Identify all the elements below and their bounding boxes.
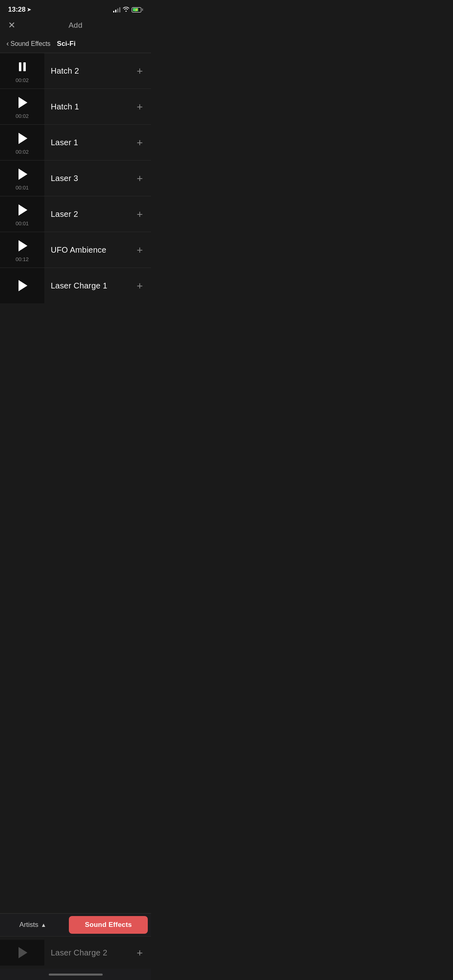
status-time: 13:28 ➤ bbox=[8, 6, 31, 14]
sound-info-ufo: UFO Ambience bbox=[44, 232, 128, 268]
signal-icon bbox=[113, 7, 120, 12]
play-triangle-laser1 bbox=[19, 133, 27, 144]
plus-icon-laser-charge1: + bbox=[137, 280, 143, 291]
plus-icon-laser1: + bbox=[137, 137, 143, 148]
chevron-left-icon: ‹ bbox=[6, 39, 9, 48]
plus-icon-hatch2: + bbox=[137, 66, 143, 76]
sound-preview-ufo[interactable]: 00:12 bbox=[0, 232, 44, 268]
add-button-hatch2[interactable]: + bbox=[128, 53, 151, 89]
duration-ufo: 00:12 bbox=[16, 256, 29, 262]
time-text: 13:28 bbox=[8, 6, 25, 14]
sound-item-laser3: 00:01 Laser 3 + bbox=[0, 161, 151, 196]
sound-item-hatch1: 00:02 Hatch 1 + bbox=[0, 89, 151, 125]
sound-preview-laser3[interactable]: 00:01 bbox=[0, 161, 44, 196]
sound-preview-hatch1[interactable]: 00:02 bbox=[0, 89, 44, 124]
add-button-laser2[interactable]: + bbox=[128, 196, 151, 232]
plus-icon-hatch1: + bbox=[137, 101, 143, 112]
sound-info-laser1: Laser 1 bbox=[44, 125, 128, 160]
sound-preview-laser2[interactable]: 00:01 bbox=[0, 196, 44, 232]
play-button-hatch1[interactable] bbox=[14, 95, 30, 111]
sound-name-laser3: Laser 3 bbox=[51, 174, 78, 183]
breadcrumb-current-label: Sci-Fi bbox=[57, 40, 75, 48]
add-button-ufo[interactable]: + bbox=[128, 232, 151, 268]
sound-info-laser2: Laser 2 bbox=[44, 196, 128, 232]
sound-name-laser1: Laser 1 bbox=[51, 138, 78, 147]
breadcrumb-parent-label: Sound Effects bbox=[10, 40, 50, 47]
duration-laser2: 00:01 bbox=[16, 220, 29, 226]
wifi-icon bbox=[123, 6, 129, 13]
sound-item-laser2: 00:01 Laser 2 + bbox=[0, 196, 151, 232]
sound-name-hatch2: Hatch 2 bbox=[51, 66, 79, 76]
location-icon: ➤ bbox=[27, 7, 31, 12]
play-button-laser1[interactable] bbox=[14, 130, 30, 146]
play-button-laser-charge1[interactable] bbox=[14, 278, 30, 294]
add-button-laser1[interactable]: + bbox=[128, 125, 151, 160]
sound-name-hatch1: Hatch 1 bbox=[51, 102, 79, 111]
sound-item-laser-charge1: Laser Charge 1 + bbox=[0, 268, 151, 303]
breadcrumb: ‹ Sound Effects Sci-Fi bbox=[0, 35, 151, 53]
pause-bar-1 bbox=[19, 62, 21, 71]
duration-hatch1: 00:02 bbox=[16, 113, 29, 119]
play-button-laser2[interactable] bbox=[14, 202, 30, 218]
sound-info-hatch2: Hatch 2 bbox=[44, 53, 128, 89]
nav-bar: ✕ Add bbox=[0, 17, 151, 35]
play-triangle-laser3 bbox=[19, 169, 27, 180]
sound-preview-laser1[interactable]: 00:02 bbox=[0, 125, 44, 160]
sound-info-laser-charge1: Laser Charge 1 bbox=[44, 268, 128, 303]
sound-info-laser3: Laser 3 bbox=[44, 161, 128, 196]
plus-icon-laser2: + bbox=[137, 209, 143, 219]
duration-laser3: 00:01 bbox=[16, 185, 29, 191]
signal-bar-2 bbox=[115, 10, 116, 12]
sound-item-ufo: 00:12 UFO Ambience + bbox=[0, 232, 151, 268]
play-triangle-hatch1 bbox=[19, 97, 27, 108]
add-button-laser-charge1[interactable]: + bbox=[128, 268, 151, 303]
duration-hatch2: 00:02 bbox=[16, 77, 29, 83]
play-triangle-laser-charge1 bbox=[19, 280, 27, 291]
pause-button-hatch2[interactable] bbox=[14, 59, 30, 75]
play-triangle-ufo bbox=[19, 240, 27, 251]
play-triangle-laser2 bbox=[19, 204, 27, 216]
close-button[interactable]: ✕ bbox=[8, 20, 15, 31]
sound-list: 00:02 Hatch 2 + 00:02 Hatch 1 + 00:02 bbox=[0, 53, 151, 303]
play-button-ufo[interactable] bbox=[14, 238, 30, 254]
plus-icon-laser3: + bbox=[137, 173, 143, 183]
signal-bar-1 bbox=[113, 11, 114, 12]
play-button-laser3[interactable] bbox=[14, 166, 30, 182]
signal-bar-4 bbox=[119, 7, 120, 12]
status-icons: ⚡ bbox=[113, 6, 143, 13]
sound-preview-hatch2[interactable]: 00:02 bbox=[0, 53, 44, 89]
sound-name-laser-charge1: Laser Charge 1 bbox=[51, 281, 108, 290]
breadcrumb-back-button[interactable]: ‹ Sound Effects bbox=[6, 39, 50, 48]
sound-item-hatch2: 00:02 Hatch 2 + bbox=[0, 53, 151, 89]
sound-item-laser1: 00:02 Laser 1 + bbox=[0, 125, 151, 161]
plus-icon-ufo: + bbox=[137, 245, 143, 255]
sound-name-ufo: UFO Ambience bbox=[51, 245, 106, 255]
duration-laser1: 00:02 bbox=[16, 149, 29, 155]
add-button-hatch1[interactable]: + bbox=[128, 89, 151, 124]
sound-info-hatch1: Hatch 1 bbox=[44, 89, 128, 124]
nav-title: Add bbox=[68, 21, 83, 30]
sound-preview-laser-charge1[interactable] bbox=[0, 268, 44, 303]
sound-name-laser2: Laser 2 bbox=[51, 210, 78, 219]
battery-icon: ⚡ bbox=[132, 7, 143, 12]
signal-bar-3 bbox=[117, 8, 118, 12]
pause-bar-2 bbox=[23, 62, 26, 71]
add-button-laser3[interactable]: + bbox=[128, 161, 151, 196]
status-bar: 13:28 ➤ ⚡ bbox=[0, 0, 151, 17]
